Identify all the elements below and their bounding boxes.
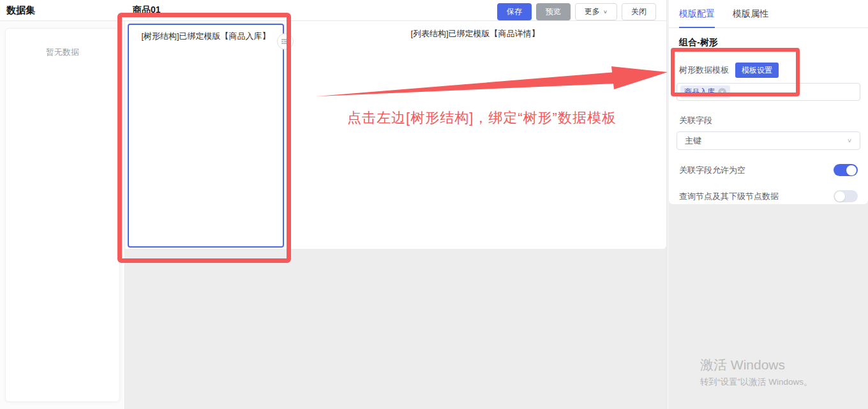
page-title: 商品01 — [133, 4, 161, 16]
template-settings-button[interactable]: 模板设置 — [735, 63, 779, 78]
watermark-line1: 激活 Windows — [700, 356, 812, 374]
template-tag: 商品入库 × — [680, 86, 730, 98]
dataset-header: 数据集 — [0, 0, 125, 21]
editor-header: 商品01 保存 预览 更多 ∨ 关闭 — [125, 0, 666, 21]
tree-template-row: 树形数据模板 模板设置 — [669, 48, 868, 78]
watermark-line2: 转到“设置”以激活 Windows。 — [700, 376, 812, 388]
relation-field-select[interactable]: 主键 ∨ — [677, 131, 860, 150]
config-tabs: 模版配置 模版属性 — [669, 0, 868, 28]
tab-template-config[interactable]: 模版配置 — [679, 0, 715, 28]
query-children-label: 查询节点及其下级节点数据 — [679, 191, 779, 202]
tree-template-label: 树形数据模板 — [679, 64, 729, 76]
tab-template-props[interactable]: 模版属性 — [733, 0, 768, 28]
config-panel: 模版配置 模版属性 组合-树形 树形数据模板 模板设置 商品入库 × 关联字段 … — [669, 0, 868, 204]
empty-state-text: 暂无数据 — [6, 47, 119, 58]
chevron-down-icon: ∨ — [603, 9, 608, 15]
relation-field-value: 主键 — [685, 135, 701, 147]
more-button[interactable]: 更多 ∨ — [575, 3, 617, 20]
template-tag-input[interactable]: 商品入库 × — [677, 83, 860, 101]
template-tag-label: 商品入库 — [684, 87, 715, 98]
allow-empty-label: 关联字段允许为空 — [679, 165, 745, 176]
editor-toolbar: 保存 预览 更多 ∨ 关闭 — [497, 3, 656, 20]
more-button-label: 更多 — [585, 6, 600, 17]
list-structure-label[interactable]: [列表结构]已绑定模版【商品详情】 — [284, 28, 666, 40]
toggle-knob — [846, 165, 857, 175]
tree-structure-label: [树形结构]已绑定模版【商品入库】 — [129, 31, 283, 42]
relation-field-label: 关联字段 — [669, 101, 868, 126]
save-button[interactable]: 保存 — [497, 3, 532, 20]
tree-structure-widget[interactable]: [树形结构]已绑定模版【商品入库】 — [128, 24, 284, 248]
allow-empty-toggle[interactable] — [834, 164, 858, 176]
dataset-empty-card: 暂无数据 — [5, 28, 120, 402]
section-title: 组合-树形 — [669, 28, 868, 48]
close-button[interactable]: 关闭 — [622, 3, 656, 20]
query-children-row: 查询节点及其下级节点数据 — [669, 176, 868, 202]
chevron-down-icon: ∨ — [847, 137, 852, 144]
close-icon[interactable]: × — [718, 88, 726, 96]
query-children-toggle[interactable] — [834, 190, 858, 202]
allow-empty-row: 关联字段允许为空 — [669, 150, 868, 176]
preview-button[interactable]: 预览 — [536, 3, 571, 20]
windows-watermark: 激活 Windows 转到“设置”以激活 Windows。 — [700, 356, 812, 388]
toggle-knob — [835, 191, 845, 202]
dataset-title: 数据集 — [6, 4, 35, 17]
